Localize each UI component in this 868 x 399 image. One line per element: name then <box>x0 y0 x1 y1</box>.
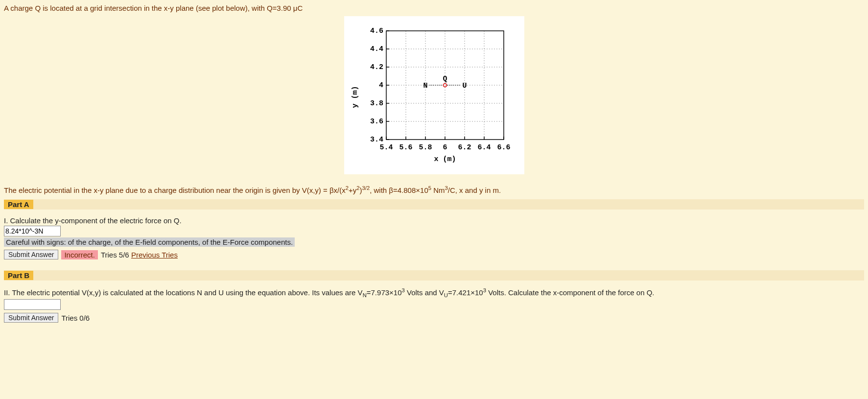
submit-button-b[interactable]: Submit Answer <box>4 313 58 323</box>
tries-b: Tries 0/6 <box>61 314 90 322</box>
part-a-hint: Careful with signs: of the charge, of th… <box>4 237 295 247</box>
previous-tries-link[interactable]: Previous Tries <box>131 251 178 259</box>
point-label-n: N <box>423 82 427 90</box>
svg-text:3.4: 3.4 <box>370 136 383 144</box>
svg-text:4.4: 4.4 <box>370 45 383 53</box>
part-a-label: Part A <box>4 200 33 209</box>
point-label-q: Q <box>443 75 447 83</box>
svg-text:4.2: 4.2 <box>370 63 383 71</box>
x-axis-label: x (m) <box>434 155 456 164</box>
tries-a: Tries 5/6 Previous Tries <box>101 251 178 259</box>
submit-button-a[interactable]: Submit Answer <box>4 250 58 259</box>
svg-text:6.6: 6.6 <box>497 143 510 152</box>
part-b-label: Part B <box>4 271 33 280</box>
svg-text:5.8: 5.8 <box>419 143 432 152</box>
svg-text:6: 6 <box>443 143 447 152</box>
part-b-bar: Part B <box>4 270 864 281</box>
y-axis-label: y (m) <box>351 86 359 108</box>
plot-area: N Q U <box>386 31 504 140</box>
xy-plot: y (m) 4.6 4.4 4.2 4 3.8 3.6 3.4 <box>344 16 524 174</box>
point-label-u: U <box>462 82 467 90</box>
svg-text:3.6: 3.6 <box>370 117 383 126</box>
part-b-input[interactable] <box>4 299 61 310</box>
plot-container: y (m) 4.6 4.4 4.2 4 3.8 3.6 3.4 <box>4 16 864 174</box>
svg-text:5.6: 5.6 <box>399 143 412 152</box>
formula-text: The electric potential in the x-y plane … <box>4 185 864 194</box>
problem-intro: A charge Q is located at a grid intersec… <box>4 4 864 12</box>
svg-text:4.6: 4.6 <box>370 27 383 35</box>
svg-text:3.8: 3.8 <box>370 99 383 108</box>
svg-text:6.2: 6.2 <box>458 143 471 152</box>
svg-text:6.4: 6.4 <box>477 143 491 152</box>
svg-text:4: 4 <box>378 81 383 90</box>
part-a-question: I. Calculate the y-component of the elec… <box>4 216 864 225</box>
tries-a-text: Tries 5/6 <box>101 251 129 259</box>
svg-text:5.4: 5.4 <box>379 143 393 152</box>
part-b-question: II. The electric potential V(x,y) is cal… <box>4 287 864 298</box>
part-a-input[interactable] <box>4 226 61 236</box>
status-incorrect: Incorrect. <box>61 250 98 259</box>
part-a-bar: Part A <box>4 199 864 210</box>
